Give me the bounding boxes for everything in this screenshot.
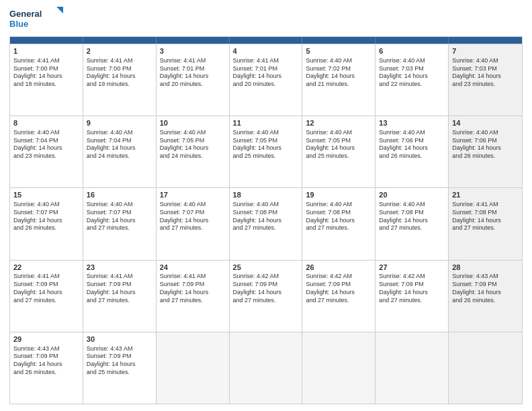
day-number: 16 bbox=[87, 190, 152, 200]
cell-details: Sunrise: 4:40 AM Sunset: 7:05 PM Dayligh… bbox=[160, 129, 226, 161]
cal-cell-7-0-6: 7Sunrise: 4:40 AM Sunset: 7:03 PM Daylig… bbox=[449, 44, 522, 116]
cell-details: Sunrise: 4:40 AM Sunset: 7:05 PM Dayligh… bbox=[233, 129, 299, 161]
cal-cell-empty-4-3 bbox=[230, 332, 303, 404]
day-number: 13 bbox=[379, 118, 445, 128]
header-thursday bbox=[302, 37, 375, 44]
calendar-header bbox=[10, 37, 522, 44]
day-number: 19 bbox=[306, 190, 371, 200]
cell-details: Sunrise: 4:42 AM Sunset: 7:09 PM Dayligh… bbox=[379, 273, 445, 304]
cal-cell-28-3-6: 28Sunrise: 4:43 AM Sunset: 7:09 PM Dayli… bbox=[449, 261, 522, 332]
cal-cell-3-0-2: 3Sunrise: 4:41 AM Sunset: 7:01 PM Daylig… bbox=[157, 44, 230, 116]
day-number: 3 bbox=[160, 46, 226, 56]
day-number: 30 bbox=[87, 334, 152, 345]
day-number: 15 bbox=[13, 190, 79, 200]
calendar-body: 1Sunrise: 4:41 AM Sunset: 7:00 PM Daylig… bbox=[10, 44, 522, 404]
cell-details: Sunrise: 4:42 AM Sunset: 7:09 PM Dayligh… bbox=[233, 273, 299, 304]
cell-details: Sunrise: 4:40 AM Sunset: 7:03 PM Dayligh… bbox=[452, 57, 519, 89]
cell-details: Sunrise: 4:40 AM Sunset: 7:06 PM Dayligh… bbox=[379, 129, 445, 161]
cell-details: Sunrise: 4:40 AM Sunset: 7:06 PM Dayligh… bbox=[452, 129, 519, 161]
cal-cell-17-2-2: 17Sunrise: 4:40 AM Sunset: 7:07 PM Dayli… bbox=[157, 188, 230, 259]
header-tuesday bbox=[157, 37, 230, 44]
header-saturday bbox=[449, 37, 522, 44]
cal-cell-26-3-4: 26Sunrise: 4:42 AM Sunset: 7:09 PM Dayli… bbox=[302, 261, 375, 332]
day-number: 18 bbox=[233, 190, 299, 200]
cell-details: Sunrise: 4:40 AM Sunset: 7:04 PM Dayligh… bbox=[13, 129, 79, 161]
week-row-2: 8Sunrise: 4:40 AM Sunset: 7:04 PM Daylig… bbox=[10, 116, 522, 187]
svg-marker-2 bbox=[56, 7, 63, 13]
logo: General Blue bbox=[9, 7, 63, 31]
cal-cell-11-1-3: 11Sunrise: 4:40 AM Sunset: 7:05 PM Dayli… bbox=[230, 116, 303, 187]
week-row-1: 1Sunrise: 4:41 AM Sunset: 7:00 PM Daylig… bbox=[10, 44, 522, 116]
day-number: 27 bbox=[379, 263, 445, 273]
cal-cell-empty-4-2 bbox=[157, 332, 230, 404]
cal-cell-25-3-3: 25Sunrise: 4:42 AM Sunset: 7:09 PM Dayli… bbox=[230, 261, 303, 332]
cal-cell-14-1-6: 14Sunrise: 4:40 AM Sunset: 7:06 PM Dayli… bbox=[449, 116, 522, 187]
day-number: 17 bbox=[160, 190, 226, 200]
cell-details: Sunrise: 4:40 AM Sunset: 7:08 PM Dayligh… bbox=[233, 201, 299, 232]
cell-details: Sunrise: 4:40 AM Sunset: 7:03 PM Dayligh… bbox=[379, 57, 445, 89]
cell-details: Sunrise: 4:40 AM Sunset: 7:07 PM Dayligh… bbox=[13, 201, 79, 232]
day-number: 24 bbox=[160, 263, 226, 273]
header-wednesday bbox=[230, 37, 303, 44]
cal-cell-30-4-1: 30Sunrise: 4:43 AM Sunset: 7:09 PM Dayli… bbox=[83, 332, 157, 404]
day-number: 28 bbox=[452, 263, 519, 273]
cal-cell-21-2-6: 21Sunrise: 4:41 AM Sunset: 7:08 PM Dayli… bbox=[449, 188, 522, 259]
cell-details: Sunrise: 4:41 AM Sunset: 7:09 PM Dayligh… bbox=[13, 273, 79, 304]
cell-details: Sunrise: 4:40 AM Sunset: 7:02 PM Dayligh… bbox=[306, 57, 371, 89]
cell-details: Sunrise: 4:41 AM Sunset: 7:09 PM Dayligh… bbox=[87, 273, 152, 304]
cal-cell-8-1-0: 8Sunrise: 4:40 AM Sunset: 7:04 PM Daylig… bbox=[10, 116, 83, 187]
cell-details: Sunrise: 4:43 AM Sunset: 7:09 PM Dayligh… bbox=[87, 345, 152, 377]
day-number: 29 bbox=[13, 334, 79, 345]
svg-text:Blue: Blue bbox=[9, 19, 28, 29]
cal-cell-2-0-1: 2Sunrise: 4:41 AM Sunset: 7:00 PM Daylig… bbox=[83, 44, 157, 116]
cell-details: Sunrise: 4:41 AM Sunset: 7:00 PM Dayligh… bbox=[87, 57, 152, 89]
cal-cell-24-3-2: 24Sunrise: 4:41 AM Sunset: 7:09 PM Dayli… bbox=[157, 261, 230, 332]
cell-details: Sunrise: 4:43 AM Sunset: 7:09 PM Dayligh… bbox=[13, 345, 79, 377]
day-number: 7 bbox=[452, 46, 519, 56]
day-number: 5 bbox=[306, 46, 371, 56]
week-row-3: 15Sunrise: 4:40 AM Sunset: 7:07 PM Dayli… bbox=[10, 187, 522, 259]
day-number: 1 bbox=[13, 46, 79, 56]
day-number: 20 bbox=[379, 190, 445, 200]
day-number: 21 bbox=[452, 190, 519, 200]
day-number: 12 bbox=[306, 118, 371, 128]
cell-details: Sunrise: 4:40 AM Sunset: 7:05 PM Dayligh… bbox=[306, 129, 371, 161]
cal-cell-10-1-2: 10Sunrise: 4:40 AM Sunset: 7:05 PM Dayli… bbox=[157, 116, 230, 187]
cell-details: Sunrise: 4:40 AM Sunset: 7:07 PM Dayligh… bbox=[160, 201, 226, 232]
page: General Blue 1Sunrise: 4:41 AM Sunset: 7… bbox=[0, 0, 532, 411]
cal-cell-9-1-1: 9Sunrise: 4:40 AM Sunset: 7:04 PM Daylig… bbox=[83, 116, 157, 187]
cell-details: Sunrise: 4:41 AM Sunset: 7:01 PM Dayligh… bbox=[160, 57, 226, 89]
day-number: 23 bbox=[87, 263, 152, 273]
day-number: 9 bbox=[87, 118, 152, 128]
cal-cell-20-2-5: 20Sunrise: 4:40 AM Sunset: 7:08 PM Dayli… bbox=[375, 188, 449, 259]
day-number: 22 bbox=[13, 263, 79, 273]
cal-cell-22-3-0: 22Sunrise: 4:41 AM Sunset: 7:09 PM Dayli… bbox=[10, 261, 83, 332]
day-number: 6 bbox=[379, 46, 445, 56]
header-sunday bbox=[10, 37, 83, 44]
cal-cell-16-2-1: 16Sunrise: 4:40 AM Sunset: 7:07 PM Dayli… bbox=[83, 188, 157, 259]
cal-cell-1-0-0: 1Sunrise: 4:41 AM Sunset: 7:00 PM Daylig… bbox=[10, 44, 83, 116]
cell-details: Sunrise: 4:41 AM Sunset: 7:08 PM Dayligh… bbox=[452, 201, 519, 232]
cal-cell-27-3-5: 27Sunrise: 4:42 AM Sunset: 7:09 PM Dayli… bbox=[375, 261, 449, 332]
header-friday bbox=[375, 37, 449, 44]
cal-cell-19-2-4: 19Sunrise: 4:40 AM Sunset: 7:08 PM Dayli… bbox=[302, 188, 375, 259]
cal-cell-empty-4-4 bbox=[302, 332, 375, 404]
general-blue-logo-icon: General Blue bbox=[9, 7, 63, 31]
cal-cell-5-0-4: 5Sunrise: 4:40 AM Sunset: 7:02 PM Daylig… bbox=[302, 44, 375, 116]
cell-details: Sunrise: 4:42 AM Sunset: 7:09 PM Dayligh… bbox=[306, 273, 371, 304]
cal-cell-13-1-5: 13Sunrise: 4:40 AM Sunset: 7:06 PM Dayli… bbox=[375, 116, 449, 187]
cell-details: Sunrise: 4:40 AM Sunset: 7:07 PM Dayligh… bbox=[87, 201, 152, 232]
day-number: 25 bbox=[233, 263, 299, 273]
cell-details: Sunrise: 4:41 AM Sunset: 7:09 PM Dayligh… bbox=[160, 273, 226, 304]
day-number: 2 bbox=[87, 46, 152, 56]
cal-cell-6-0-5: 6Sunrise: 4:40 AM Sunset: 7:03 PM Daylig… bbox=[375, 44, 449, 116]
day-number: 14 bbox=[452, 118, 519, 128]
day-number: 11 bbox=[233, 118, 299, 128]
calendar: 1Sunrise: 4:41 AM Sunset: 7:00 PM Daylig… bbox=[9, 36, 523, 404]
cal-cell-18-2-3: 18Sunrise: 4:40 AM Sunset: 7:08 PM Dayli… bbox=[230, 188, 303, 259]
cal-cell-12-1-4: 12Sunrise: 4:40 AM Sunset: 7:05 PM Dayli… bbox=[302, 116, 375, 187]
cal-cell-29-4-0: 29Sunrise: 4:43 AM Sunset: 7:09 PM Dayli… bbox=[10, 332, 83, 404]
day-number: 4 bbox=[233, 46, 299, 56]
cal-cell-15-2-0: 15Sunrise: 4:40 AM Sunset: 7:07 PM Dayli… bbox=[10, 188, 83, 259]
cal-cell-23-3-1: 23Sunrise: 4:41 AM Sunset: 7:09 PM Dayli… bbox=[83, 261, 157, 332]
